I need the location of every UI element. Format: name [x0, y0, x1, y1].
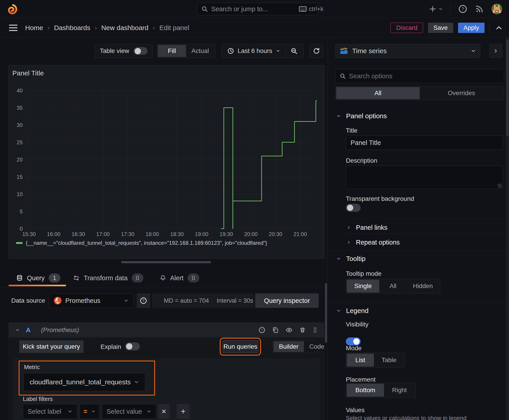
metric-select[interactable]: cloudflared_tunnel_total_requests [23, 373, 145, 391]
query-editor-row: A (Prometheus) ? Kick start your query E… [8, 322, 324, 420]
eye-icon[interactable] [285, 327, 293, 333]
datasource-select[interactable]: Prometheus [49, 293, 133, 308]
svg-text:?: ? [261, 328, 263, 332]
code-option[interactable]: Code [304, 341, 330, 352]
refresh-button[interactable] [310, 44, 323, 58]
options-search[interactable] [335, 69, 504, 83]
section-panel-links[interactable]: Panel links [347, 221, 387, 234]
discard-button[interactable]: Discard [390, 23, 423, 33]
time-series-chart[interactable]: 051015202530354015:3016:0016:3017:0017:3… [9, 85, 324, 242]
transparent-background-toggle[interactable] [346, 204, 361, 212]
divider [489, 23, 490, 32]
legend-mode-list[interactable]: List [347, 354, 374, 367]
tooltip-mode-all[interactable]: All [379, 279, 406, 292]
news-rss-icon[interactable] [475, 5, 484, 14]
query-options-bar[interactable]: MD = auto = 704 Interval = 30s [152, 293, 254, 308]
zoom-out-button[interactable] [286, 44, 302, 58]
avatar[interactable] [492, 4, 502, 14]
copy-icon[interactable] [272, 327, 279, 333]
pane-resize-handle[interactable] [121, 261, 211, 263]
query-inspector-button[interactable]: Query inspector [255, 293, 319, 308]
breadcrumb-home[interactable]: Home [25, 24, 43, 32]
trash-icon[interactable] [299, 327, 306, 333]
options-tab-overrides[interactable]: Overrides [420, 87, 503, 99]
apply-button[interactable]: Apply [458, 23, 485, 33]
chart-legend[interactable]: {__name__="cloudflared_tunnel_total_requ… [16, 240, 267, 246]
time-range-picker[interactable]: Last 6 hours [222, 44, 286, 58]
options-search-input[interactable] [349, 73, 500, 80]
chevron-up-icon[interactable] [495, 23, 503, 32]
run-queries-button[interactable]: Run queries [222, 340, 258, 353]
svg-text:35: 35 [17, 105, 23, 111]
tab-transform[interactable]: Transform data 0 [73, 268, 144, 288]
operator-dropdown[interactable]: = [80, 404, 99, 419]
table-view-toggle[interactable] [134, 47, 147, 55]
plus-icon: + [181, 407, 185, 416]
breadcrumb-dashboards[interactable]: Dashboards [54, 24, 91, 32]
chevron-down-icon [124, 298, 129, 303]
angle-right-icon [493, 48, 498, 54]
resize-grip-icon[interactable] [498, 184, 502, 188]
legend-placement-bottom[interactable]: Bottom [347, 384, 384, 397]
breadcrumb-new-dashboard[interactable]: New dashboard [101, 24, 148, 32]
search-input[interactable] [211, 5, 296, 13]
section-tooltip[interactable]: Tooltip [336, 255, 365, 262]
query-builder-body: Metric cloudflared_tunnel_total_requests… [13, 358, 320, 420]
tab-transform-count: 0 [132, 273, 144, 283]
refresh-icon [313, 47, 320, 54]
options-tab-all[interactable]: All [336, 87, 420, 99]
section-repeat-options[interactable]: Repeat options [347, 236, 400, 249]
chevron-down-icon[interactable] [15, 328, 20, 332]
query-header[interactable]: A (Prometheus) ? [9, 323, 324, 338]
global-search[interactable]: ctrl+k [197, 3, 318, 15]
select-label-dropdown[interactable]: Select label [23, 404, 77, 419]
divider [450, 5, 451, 14]
close-icon: ✕ [161, 408, 166, 415]
fill-option[interactable]: Fill [158, 45, 186, 57]
help-icon[interactable]: ? [458, 5, 467, 14]
collapse-pane-button[interactable] [489, 44, 502, 58]
tab-query-count: 1 [49, 273, 60, 283]
tooltip-mode-hidden[interactable]: Hidden [407, 279, 439, 292]
section-panel-options[interactable]: Panel options [336, 112, 387, 120]
svg-text:20:00: 20:00 [244, 231, 258, 237]
builder-option[interactable]: Builder [273, 341, 304, 352]
keyboard-icon [299, 6, 307, 12]
panel-title[interactable]: Panel Title [12, 69, 44, 77]
chevron-down-icon [276, 49, 280, 53]
description-textarea[interactable] [346, 165, 503, 189]
drag-handle-icon[interactable] [312, 327, 318, 333]
legend-visibility-label: Visibility [346, 321, 369, 328]
add-filter-button[interactable]: + [177, 404, 190, 419]
panel-title-input[interactable] [346, 135, 503, 150]
main-scrollbar[interactable] [325, 283, 327, 343]
builder-code-group: Builder Code [273, 340, 318, 353]
legend-visibility-toggle[interactable] [346, 338, 361, 345]
shortcut-label: ctrl+k [309, 6, 323, 13]
add-menu-button[interactable] [429, 5, 443, 13]
remove-filter-button[interactable]: ✕ [158, 404, 170, 419]
metric-value: cloudflared_tunnel_total_requests [30, 378, 131, 386]
section-legend[interactable]: Legend [336, 307, 369, 315]
visualization-picker[interactable]: Time series [335, 44, 480, 58]
save-button[interactable]: Save [428, 23, 453, 33]
bell-icon [160, 275, 166, 281]
legend-placement-right[interactable]: Right [384, 384, 415, 397]
legend-mode-group: List Table [346, 353, 405, 368]
datasource-help-button[interactable]: ? [137, 293, 150, 308]
help-icon[interactable]: ? [258, 327, 265, 333]
grafana-logo-icon[interactable] [6, 3, 17, 15]
actual-option[interactable]: Actual [186, 45, 214, 57]
options-scrollbar[interactable] [506, 38, 509, 420]
chevron-down-icon [336, 308, 341, 313]
menu-icon[interactable] [9, 24, 17, 32]
legend-mode-table[interactable]: Table [374, 354, 404, 367]
tooltip-mode-single[interactable]: Single [347, 279, 379, 292]
select-value-dropdown[interactable]: Select value [102, 404, 156, 419]
explain-toggle[interactable] [125, 342, 140, 351]
search-icon [340, 73, 346, 79]
tab-alert[interactable]: Alert 0 [160, 268, 199, 288]
time-range-group: Last 6 hours [222, 44, 304, 58]
kick-start-query-button[interactable]: Kick start your query [19, 340, 84, 353]
chevron-down-icon [91, 409, 96, 414]
